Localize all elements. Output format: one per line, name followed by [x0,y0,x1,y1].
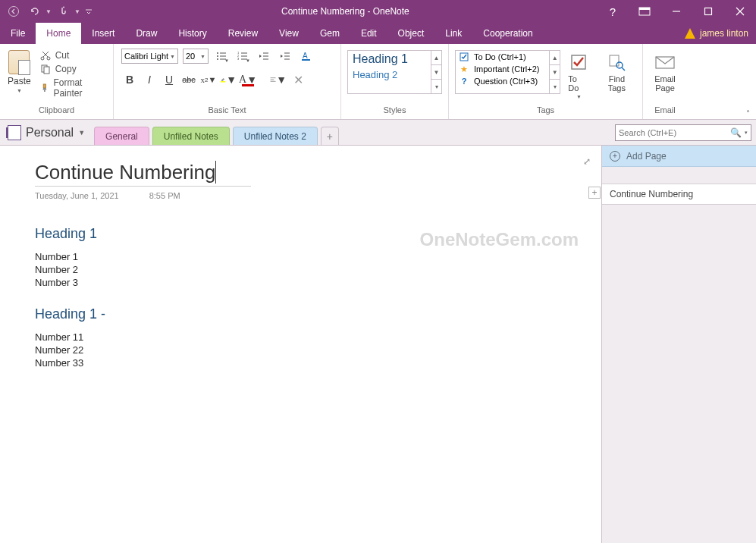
notebook-name: Personal [26,126,74,140]
style-heading1[interactable]: Heading 1 [353,52,437,66]
font-size-selector[interactable]: 20▼ [183,49,209,64]
undo-dropdown-icon[interactable]: ▼ [45,8,52,15]
search-input[interactable] [619,128,727,137]
page-title[interactable]: Continue Numbering [35,161,216,184]
minimize-button[interactable] [660,0,692,23]
ribbon: Paste ▼ Cut Copy Format Painter Clipboar… [0,44,756,120]
format-painter-button[interactable]: Format Painter [40,77,104,99]
styles-scroll-up[interactable]: ▲ [431,51,441,65]
search-box[interactable]: 🔍 ▾ [615,124,751,141]
line-5[interactable]: Number 22 [35,344,601,356]
ribbon-group-styles: Heading 1 Heading 2 ▲ ▼ ▾ Styles [341,44,449,119]
menu-history[interactable]: History [168,23,217,44]
paragraph-spacing-button[interactable]: A [298,49,315,64]
section-tabs: General Unfiled Notes Unfiled Notes 2 + [94,120,339,145]
plus-icon: + [610,151,620,162]
tag-todo[interactable]: To Do (Ctrl+1) [456,51,560,63]
menu-edit[interactable]: Edit [350,23,387,44]
add-section-button[interactable]: + [321,127,339,145]
svg-line-44 [622,67,625,71]
touch-mode-icon[interactable] [55,2,73,20]
section-tab-unfiled-notes[interactable]: Unfiled Notes [152,127,230,145]
find-tags-button[interactable]: Find Tags [594,47,639,102]
tags-more[interactable]: ▾ [550,80,560,93]
copy-label: Copy [55,64,77,74]
back-icon[interactable] [5,2,23,20]
line-3[interactable]: Number 3 [35,277,601,288]
ribbon-display-icon[interactable] [629,0,660,23]
help-icon[interactable]: ? [597,0,629,23]
cut-button[interactable]: Cut [40,50,104,61]
styles-more[interactable]: ▾ [431,80,441,93]
email-page-label: Email Page [651,74,679,93]
bullets-button[interactable]: ▼ [213,49,230,64]
menu-view[interactable]: View [268,23,309,44]
section-tab-general[interactable]: General [94,127,149,145]
style-heading2[interactable]: Heading 2 [353,69,437,80]
bold-button[interactable]: B [121,71,138,88]
italic-button[interactable]: I [141,71,158,88]
styles-scroll-down[interactable]: ▼ [431,65,441,80]
note-canvas[interactable]: ⤢ Continue Numbering Tuesday, June 1, 20… [0,146,601,543]
font-color-button[interactable]: A▼ [240,71,256,88]
menu-home[interactable]: Home [36,23,81,44]
add-subpage-button[interactable]: + [588,187,601,199]
search-icon[interactable]: 🔍 [730,127,742,138]
user-account[interactable]: james linton [685,23,756,44]
line-6[interactable]: Number 33 [35,357,601,369]
maximize-button[interactable] [692,0,724,23]
todo-tag-button[interactable]: To Do ▼ [563,47,594,102]
heading-1a[interactable]: Heading 1 [35,226,601,242]
basic-text-group-label: Basic Text [114,105,340,119]
copy-button[interactable]: Copy [40,64,104,74]
line-2[interactable]: Number 2 [35,264,601,275]
underline-button[interactable]: U [161,71,177,88]
email-page-button[interactable]: Email Page [646,47,684,102]
search-dropdown-icon[interactable]: ▾ [745,130,748,136]
paste-label: Paste [8,76,31,86]
align-button[interactable]: ▼ [270,71,287,88]
menu-link[interactable]: Link [434,23,472,44]
menu-file[interactable]: File [0,23,36,44]
tags-scroll-down[interactable]: ▼ [550,65,560,80]
paste-button[interactable]: Paste ▼ [3,47,36,102]
highlight-button[interactable]: ▼ [220,71,237,88]
numbering-button[interactable]: 123▼ [234,49,251,64]
line-4[interactable]: Number 11 [35,331,601,343]
subscript-button[interactable]: x2▼ [200,71,217,88]
close-button[interactable] [724,0,756,23]
tags-scroll-up[interactable]: ▲ [550,51,560,65]
tag-question[interactable]: ?Question (Ctrl+3) [456,75,560,87]
styles-gallery[interactable]: Heading 1 Heading 2 ▲ ▼ ▾ [347,50,442,94]
expand-icon[interactable]: ⤢ [583,156,591,167]
menu-review[interactable]: Review [218,23,268,44]
strikethrough-button[interactable]: abc [180,71,197,88]
menu-object[interactable]: Object [387,23,435,44]
qat-customize-icon[interactable] [83,2,94,20]
tags-gallery[interactable]: To Do (Ctrl+1) ★Important (Ctrl+2) ?Ques… [455,50,560,94]
outdent-button[interactable] [256,49,272,64]
section-tab-unfiled-notes-2[interactable]: Unfiled Notes 2 [233,127,318,145]
page-entry-current[interactable]: Continue Numbering [602,184,756,205]
ribbon-group-clipboard: Paste ▼ Cut Copy Format Painter Clipboar… [0,44,114,119]
line-1[interactable]: Number 1 [35,251,601,262]
note-body[interactable]: Heading 1 Number 1 Number 2 Number 3 Hea… [35,226,601,369]
qat-dropdown-icon[interactable]: ▼ [74,8,80,15]
svg-line-11 [42,52,48,57]
menu-gem[interactable]: Gem [309,23,350,44]
title-bar: ▼ ▼ Continue Numbering - OneNote ? [0,0,756,23]
menu-draw[interactable]: Draw [125,23,168,44]
menu-cooperation[interactable]: Cooperation [472,23,543,44]
styles-group-label: Styles [341,105,448,119]
indent-button[interactable] [277,49,293,64]
add-page-button[interactable]: + Add Page [602,146,756,167]
undo-icon[interactable] [26,2,44,20]
menu-insert[interactable]: Insert [81,23,125,44]
clear-formatting-button[interactable]: ✕ [290,71,306,88]
tag-important[interactable]: ★Important (Ctrl+2) [456,63,560,75]
notebook-selector[interactable]: Personal ▼ [5,124,88,142]
heading-1b[interactable]: Heading 1 - [35,306,601,322]
collapse-ribbon-icon[interactable]: ˄ [746,109,750,118]
font-selector[interactable]: Calibri Light▼ [121,49,178,64]
window-title: Continue Numbering - OneNote [94,6,597,17]
